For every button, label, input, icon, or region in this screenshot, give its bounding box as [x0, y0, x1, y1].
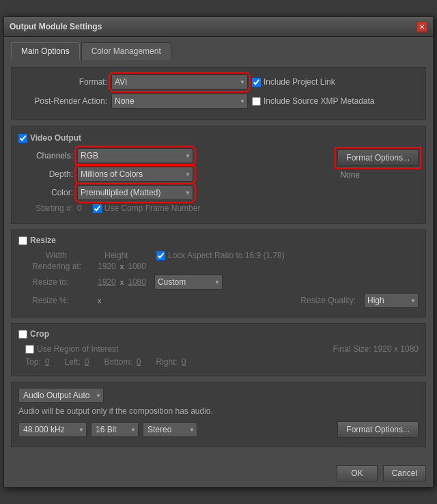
audio-note: Audio will be output only if the composi… — [18, 406, 213, 416]
video-output-title: Video Output — [30, 133, 81, 143]
color-select-wrapper: Premultiplied (Matted) — [77, 185, 193, 200]
video-output-header: Video Output — [18, 133, 419, 143]
final-size-label: Final Size: 1920 x 1080 — [333, 344, 419, 354]
include-source-xmp-label[interactable]: Include Source XMP Metadata — [252, 96, 375, 106]
use-comp-frame-text: Use Comp Frame Number — [104, 204, 201, 213]
rendering-w: 1920 — [98, 262, 116, 271]
crop-values-row: Top: 0 Left: 0 Bottom: 0 Right: 0 — [25, 357, 419, 367]
tabs-bar: Main Options Color Management — [4, 37, 433, 60]
color-row: Color: Premultiplied (Matted) — [18, 185, 330, 200]
rendering-at-label: Rendering at: — [32, 262, 94, 271]
channels-label: Channels: — [18, 151, 73, 160]
none-label: None — [340, 170, 360, 180]
cancel-button[interactable]: Cancel — [383, 465, 426, 481]
stereo-select[interactable]: Stereo — [143, 422, 197, 437]
resize-checkbox[interactable] — [18, 236, 27, 245]
crop-checkbox[interactable] — [18, 330, 27, 339]
left-value[interactable]: 0 — [85, 357, 89, 367]
video-output-checkbox-label[interactable]: Video Output — [18, 133, 81, 143]
crop-title: Crop — [30, 329, 49, 339]
include-source-xmp-checkbox[interactable] — [252, 97, 261, 106]
resize-header-labels: Width Height Lock Aspect Ratio to 16:9 (… — [46, 251, 419, 260]
dialog-title: Output Module Settings — [10, 22, 102, 31]
use-region-label[interactable]: Use Region of Interest — [25, 344, 118, 354]
resize-pct-row: Resize %: x Resize Quality: High — [32, 293, 419, 308]
lock-aspect-checkbox[interactable] — [156, 251, 165, 260]
tab-main-options[interactable]: Main Options — [11, 42, 80, 60]
channels-select[interactable]: RGB — [77, 148, 193, 163]
color-select[interactable]: Premultiplied (Matted) — [77, 185, 193, 200]
rendering-row: Rendering at: 1920 x 1080 — [32, 262, 419, 271]
title-bar: Output Module Settings ✕ — [4, 17, 433, 37]
close-button[interactable]: ✕ — [417, 21, 427, 32]
include-source-xmp-text: Include Source XMP Metadata — [264, 96, 375, 106]
depth-row: Depth: Millions of Colors — [18, 167, 330, 182]
resize-checkbox-label[interactable]: Resize — [18, 236, 56, 245]
resize-title: Resize — [30, 236, 56, 245]
format-select[interactable]: AVI — [111, 74, 248, 89]
top-value[interactable]: 0 — [45, 357, 50, 367]
format-select-wrapper: AVI — [111, 74, 248, 89]
audio-output-select[interactable]: Audio Output Auto — [18, 388, 104, 403]
audio-output-wrapper: Audio Output Auto — [18, 388, 104, 403]
width-col-label: Width — [46, 251, 87, 260]
use-comp-frame-checkbox[interactable] — [93, 204, 102, 213]
resize-preset-wrapper: Custom — [154, 275, 223, 290]
use-comp-frame-label[interactable]: Use Comp Frame Number — [93, 204, 201, 213]
starting-label: Starting #: — [18, 204, 73, 213]
resize-header: Resize — [18, 236, 419, 245]
resize-to-h[interactable]: 1080 — [128, 277, 146, 287]
format-label: Format: — [18, 77, 107, 87]
x-label-2: x — [120, 278, 124, 286]
stereo-wrapper: Stereo — [143, 422, 197, 437]
format-section: Format: AVI Include Project Link Post-Re… — [11, 67, 426, 120]
bit-select[interactable]: 16 Bit — [91, 422, 139, 437]
format-options-button[interactable]: Format Options... — [337, 150, 419, 166]
depth-select[interactable]: Millions of Colors — [77, 167, 193, 182]
depth-select-wrapper: Millions of Colors — [77, 167, 193, 182]
resize-preset-select[interactable]: Custom — [154, 275, 223, 290]
resize-quality-label: Resize Quality: — [300, 296, 356, 305]
bit-wrapper: 16 Bit — [91, 422, 139, 437]
crop-header: Crop — [18, 329, 419, 339]
resize-to-row: Resize to: 1920 x 1080 Custom — [32, 275, 419, 290]
audio-format-options-button[interactable]: Format Options... — [337, 421, 419, 438]
tab-color-management[interactable]: Color Management — [81, 42, 171, 60]
crop-checkbox-label[interactable]: Crop — [18, 329, 49, 339]
main-content: Format: AVI Include Project Link Post-Re… — [4, 60, 433, 460]
output-module-dialog: Output Module Settings ✕ Main Options Co… — [3, 16, 434, 488]
video-output-checkbox[interactable] — [18, 134, 27, 143]
format-row: Format: AVI Include Project Link — [18, 74, 419, 89]
starting-row: Starting #: 0 Use Comp Frame Number — [18, 204, 330, 213]
resize-to-w[interactable]: 1920 — [98, 277, 116, 287]
resize-quality-wrapper: High — [364, 293, 419, 308]
left-label: Left: — [64, 357, 80, 367]
video-right-controls: Format Options... None — [337, 148, 419, 216]
color-label: Color: — [18, 188, 73, 197]
right-value[interactable]: 0 — [182, 357, 186, 367]
include-project-link-checkbox-label[interactable]: Include Project Link — [252, 77, 335, 87]
crop-region-row: Use Region of Interest Final Size: 1920 … — [25, 344, 419, 354]
audio-note-row: Audio will be output only if the composi… — [18, 406, 419, 416]
bottom-value[interactable]: 0 — [137, 357, 141, 367]
khz-select[interactable]: 48.000 kHz — [18, 422, 87, 437]
ok-button[interactable]: OK — [337, 465, 377, 481]
right-label: Right: — [156, 357, 177, 367]
lock-aspect-text: Lock Aspect Ratio to 16:9 (1.78) — [168, 251, 285, 260]
video-output-section: Video Output Channels: RGB Depth: — [11, 126, 426, 224]
post-render-select[interactable]: None — [111, 94, 248, 109]
footer-bar: OK Cancel — [4, 460, 433, 487]
use-region-checkbox[interactable] — [25, 345, 34, 354]
resize-quality-select[interactable]: High — [364, 293, 419, 308]
post-render-select-wrapper: None — [111, 94, 248, 109]
lock-aspect-label[interactable]: Lock Aspect Ratio to 16:9 (1.78) — [156, 251, 285, 260]
x-label-1: x — [120, 262, 124, 270]
height-col-label: Height — [104, 251, 145, 260]
include-project-link-checkbox[interactable] — [252, 78, 261, 87]
audio-section: Audio Output Auto Audio will be output o… — [11, 382, 426, 447]
depth-label: Depth: — [18, 169, 73, 179]
khz-wrapper: 48.000 kHz — [18, 422, 87, 437]
starting-value: 0 — [77, 204, 82, 213]
resize-pct-label: Resize %: — [32, 296, 94, 305]
top-label: Top: — [25, 357, 41, 367]
